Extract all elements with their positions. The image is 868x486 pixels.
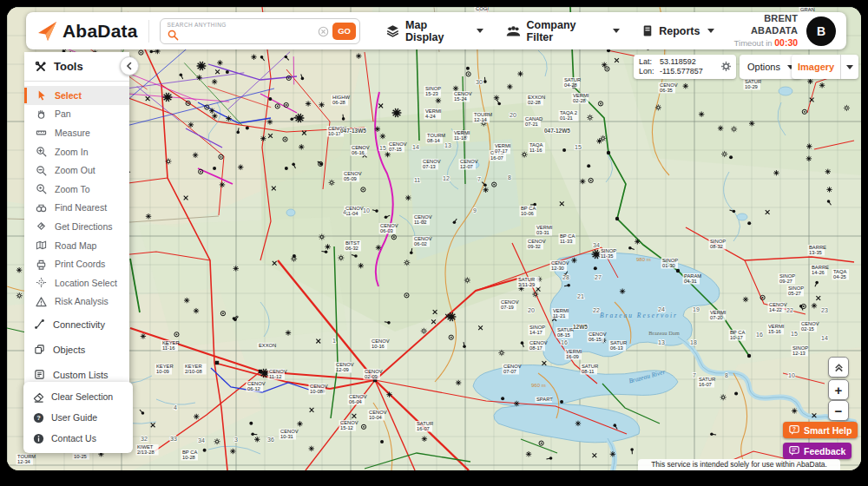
sidebar-item-zoom-to[interactable]: Zoom To bbox=[24, 180, 129, 199]
well-symbol bbox=[517, 71, 523, 76]
well-symbol bbox=[826, 187, 832, 192]
imagery-caret[interactable] bbox=[846, 65, 853, 69]
well-symbol bbox=[230, 449, 235, 454]
well-symbol bbox=[385, 152, 390, 157]
svg-text:EXXON: EXXON bbox=[259, 343, 276, 348]
sidebar-item-zoom-in[interactable]: Zoom In bbox=[24, 142, 129, 161]
svg-text:10-04: 10-04 bbox=[369, 415, 383, 420]
footer-item-clear-selection[interactable]: Clear Selection bbox=[23, 386, 133, 407]
svg-text:06-12: 06-12 bbox=[247, 386, 260, 391]
search-box[interactable]: SEARCH ANYTHING GO bbox=[160, 18, 360, 44]
well-symbol bbox=[405, 195, 411, 200]
smart-help-button[interactable]: ? Smart Help bbox=[783, 422, 858, 438]
disclaimer-text: This service is intended solely for use … bbox=[638, 459, 840, 470]
menu-label: Map Display bbox=[405, 19, 469, 43]
svg-text:15-24: 15-24 bbox=[454, 96, 468, 102]
svg-text:36: 36 bbox=[267, 437, 274, 443]
svg-text:16-09: 16-09 bbox=[566, 354, 579, 359]
lon-label: Lon: bbox=[639, 67, 656, 76]
imagery-button[interactable]: Imagery bbox=[792, 55, 858, 79]
svg-text:7: 7 bbox=[477, 176, 481, 182]
well-symbol bbox=[380, 134, 385, 139]
svg-text:1: 1 bbox=[332, 338, 336, 344]
sidebar-item-location-select[interactable]: Location Select bbox=[24, 273, 129, 292]
zoomin-icon bbox=[36, 146, 47, 157]
expand-controls-button[interactable] bbox=[828, 357, 849, 378]
svg-text:33: 33 bbox=[170, 436, 177, 442]
svg-text:14-22: 14-22 bbox=[769, 307, 782, 312]
header-bar: AbaData SEARCH ANYTHING GO Map bbox=[26, 12, 846, 49]
well-symbol bbox=[734, 391, 738, 395]
svg-text:03-31: 03-31 bbox=[536, 230, 549, 235]
well-symbol bbox=[699, 111, 704, 116]
avatar[interactable]: B bbox=[806, 16, 836, 46]
svg-text:047-12W5: 047-12W5 bbox=[544, 128, 570, 134]
svg-text:11-33: 11-33 bbox=[560, 239, 572, 244]
layers-icon bbox=[386, 24, 399, 37]
well-symbol bbox=[587, 164, 590, 167]
menu-reports[interactable]: Reports bbox=[642, 19, 714, 43]
svg-text:11-16: 11-16 bbox=[529, 148, 542, 153]
well-symbol bbox=[819, 82, 825, 88]
svg-text:2/10-08: 2/10-08 bbox=[185, 369, 202, 374]
well-symbol bbox=[571, 258, 576, 263]
footer-item-user-guide[interactable]: ?User Guide bbox=[23, 407, 133, 428]
sidebar-section-objects[interactable]: Objects bbox=[24, 338, 129, 361]
app-window: CENOV06-16CENOV07-15TOURM08-14VERMI11-18… bbox=[0, 0, 868, 486]
svg-text:14: 14 bbox=[412, 144, 419, 150]
svg-text:4-24: 4-24 bbox=[425, 114, 436, 119]
sidebar-item-road-map[interactable]: Road Map bbox=[24, 236, 129, 255]
svg-text:01-30: 01-30 bbox=[662, 263, 675, 268]
tools-footer-panel: Clear Selection?User GuideContact Us bbox=[23, 382, 133, 453]
sidebar-item-find-nearest[interactable]: Find Nearest bbox=[24, 199, 129, 218]
svg-text:13-35: 13-35 bbox=[809, 250, 822, 255]
tools-collapse-button[interactable] bbox=[120, 56, 139, 76]
map-zoom-in-button[interactable]: + bbox=[828, 379, 849, 400]
svg-text:04-28: 04-28 bbox=[564, 82, 577, 88]
menu-label: Company Filter bbox=[527, 19, 606, 43]
well-symbol bbox=[743, 297, 748, 302]
sidebar-item-get-directions[interactable]: Get Directions bbox=[24, 217, 129, 236]
feedback-button[interactable]: Feedback bbox=[783, 443, 852, 459]
sidebar-item-risk-analysis[interactable]: Risk Analysis bbox=[24, 292, 129, 312]
sidebar-item-pan[interactable]: Pan bbox=[24, 105, 129, 124]
user-info: BRENT ABADATA Timeout in 00:30 bbox=[714, 13, 798, 49]
well-symbol bbox=[422, 437, 427, 442]
sidebar-section-connectivity[interactable]: Connectivity bbox=[24, 312, 129, 336]
svg-text:11-21: 11-21 bbox=[553, 313, 565, 319]
well-symbol bbox=[249, 422, 253, 425]
user-name: BRENT ABADATA bbox=[714, 13, 798, 37]
svg-text:09-32: 09-32 bbox=[528, 244, 541, 249]
menu-company-filter[interactable]: Company Filter bbox=[506, 19, 621, 43]
svg-text:04-25: 04-25 bbox=[833, 274, 846, 279]
tools-panel-header: Tools bbox=[24, 52, 129, 82]
svg-text:11-16: 11-16 bbox=[162, 345, 174, 351]
svg-text:980 m: 980 m bbox=[636, 257, 651, 262]
sidebar-item-zoom-out[interactable]: Zoom Out bbox=[24, 161, 129, 180]
zoomout-icon bbox=[36, 165, 47, 176]
well-symbol bbox=[683, 83, 688, 89]
well-symbol bbox=[610, 451, 615, 456]
coordinates-settings-button[interactable] bbox=[720, 61, 732, 74]
well-symbol bbox=[260, 135, 266, 141]
svg-text:08-17: 08-17 bbox=[529, 345, 542, 351]
well-symbol bbox=[254, 437, 260, 442]
well-symbol bbox=[184, 298, 189, 303]
svg-text:10-08: 10-08 bbox=[310, 389, 323, 394]
svg-text:28: 28 bbox=[562, 274, 569, 280]
well-symbol bbox=[806, 143, 812, 148]
app-logo[interactable]: AbaData bbox=[36, 21, 138, 42]
session-timeout: Timeout in 00:30 bbox=[714, 37, 798, 49]
sidebar-item-select[interactable]: Select bbox=[24, 86, 129, 105]
menu-map-display[interactable]: Map Display bbox=[386, 19, 483, 43]
search-go-button[interactable]: GO bbox=[332, 23, 356, 40]
sidebar-item-measure[interactable]: Measure bbox=[24, 123, 129, 142]
footer-item-contact-us[interactable]: Contact Us bbox=[23, 428, 133, 449]
well-symbol bbox=[238, 164, 243, 169]
svg-text:16-07: 16-07 bbox=[699, 382, 712, 387]
clear-search-icon[interactable] bbox=[318, 26, 329, 37]
map-zoom-out-button[interactable]: − bbox=[828, 400, 849, 421]
svg-text:07-13: 07-13 bbox=[423, 164, 436, 169]
well-symbol bbox=[188, 122, 194, 128]
sidebar-item-print-coords[interactable]: Print Coords bbox=[24, 254, 129, 273]
